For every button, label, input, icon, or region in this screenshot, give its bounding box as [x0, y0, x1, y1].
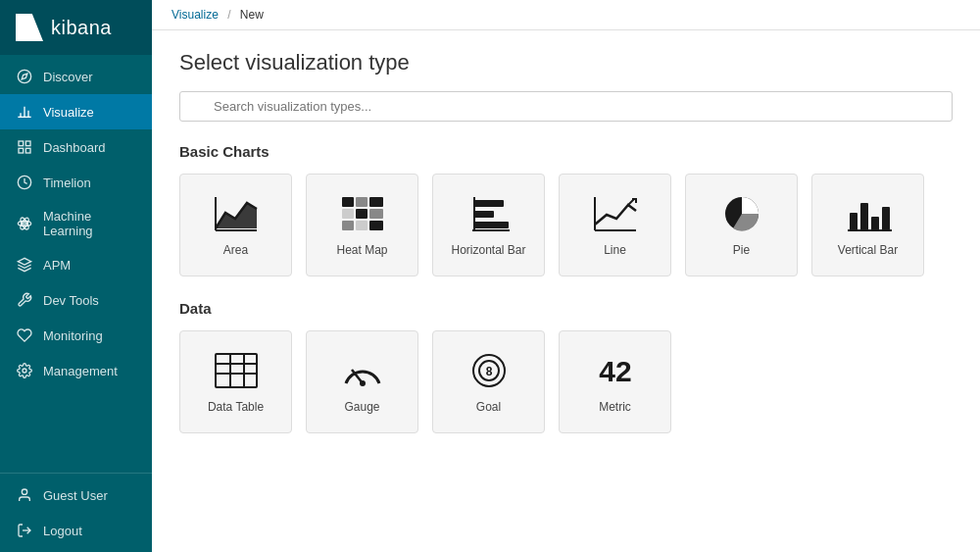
card-label-gauge: Gauge — [344, 400, 379, 414]
sidebar: kibana Discover Visualize Dashboard Time… — [0, 0, 152, 552]
area-chart-icon — [213, 194, 260, 233]
sidebar-item-management[interactable]: Management — [0, 353, 152, 388]
sidebar-item-timelion[interactable]: Timelion — [0, 165, 152, 200]
sidebar-item-label: Discover — [43, 70, 93, 84]
sidebar-item-machine-learning[interactable]: Machine Learning — [0, 200, 152, 247]
svg-rect-39 — [850, 213, 858, 230]
card-pie[interactable]: Pie — [685, 174, 798, 276]
page-title: Select visualization type — [179, 50, 953, 75]
svg-rect-28 — [342, 221, 354, 230]
section-data: Data Data Table Gauge 8 Goal42Metric — [179, 300, 953, 433]
svg-rect-22 — [342, 197, 354, 207]
user-icon — [16, 486, 33, 504]
sidebar-nav: Discover Visualize Dashboard Timelion Ma… — [0, 55, 152, 473]
sidebar-item-label: Visualize — [43, 105, 94, 120]
sidebar-item-label: Management — [43, 364, 118, 378]
card-label-metric: Metric — [599, 400, 631, 414]
sidebar-logo-text: kibana — [51, 17, 112, 39]
section-title-data: Data — [179, 300, 953, 317]
section-title-basic-charts: Basic Charts — [179, 143, 953, 160]
cards-grid-data: Data Table Gauge 8 Goal42Metric — [179, 330, 953, 433]
sidebar-item-visualize[interactable]: Visualize — [0, 94, 152, 129]
card-vertical-bar[interactable]: Vertical Bar — [811, 174, 924, 276]
svg-point-17 — [22, 489, 26, 494]
sidebar-item-label: Dev Tools — [43, 293, 99, 308]
logout-icon — [16, 522, 33, 539]
kibana-icon — [16, 14, 43, 41]
card-label-line: Line — [604, 243, 626, 257]
breadcrumb-current: New — [240, 8, 264, 22]
svg-rect-25 — [342, 209, 354, 219]
svg-text:8: 8 — [485, 365, 492, 378]
sidebar-item-label: Guest User — [43, 488, 108, 503]
svg-rect-34 — [474, 222, 509, 228]
sidebar-item-label: Logout — [43, 524, 82, 538]
sidebar-item-dashboard[interactable]: Dashboard — [0, 129, 152, 165]
card-label-vertical-bar: Vertical Bar — [838, 243, 898, 257]
breadcrumb: Visualize / New — [152, 0, 980, 30]
card-data-table[interactable]: Data Table — [179, 330, 292, 433]
sidebar-item-monitoring[interactable]: Monitoring — [0, 318, 152, 353]
card-label-horizontal-bar: Horizontal Bar — [451, 243, 525, 257]
line-chart-icon — [592, 194, 639, 233]
cards-grid-basic-charts: Area Heat Map Horizontal Bar Line — [179, 174, 953, 276]
svg-rect-44 — [216, 354, 257, 387]
card-goal[interactable]: 8 Goal — [432, 330, 545, 433]
sidebar-item-label: APM — [43, 258, 71, 273]
svg-rect-42 — [882, 207, 890, 230]
section-basic-charts: Basic ChartsArea Heat Map Horizontal Bar… — [179, 143, 953, 276]
svg-marker-15 — [18, 258, 30, 265]
pie-chart-icon — [718, 194, 765, 233]
sidebar-item-label: Machine Learning — [43, 209, 136, 238]
content-area: Select visualization type 🔍 Basic Charts… — [152, 30, 980, 477]
atom-icon — [16, 215, 33, 232]
card-label-heat-map: Heat Map — [336, 243, 387, 257]
compass-icon — [16, 68, 33, 85]
horizontal-bar-icon — [466, 194, 513, 233]
sidebar-item-label: Monitoring — [43, 328, 103, 343]
svg-rect-6 — [19, 141, 24, 146]
card-metric[interactable]: 42Metric — [559, 330, 671, 433]
layers-icon — [16, 256, 33, 274]
gear-icon — [16, 362, 33, 379]
card-label-goal: Goal — [476, 400, 501, 414]
breadcrumb-parent-link[interactable]: Visualize — [172, 8, 219, 22]
vertical-bar-icon — [845, 194, 892, 233]
breadcrumb-separator: / — [227, 8, 230, 22]
sidebar-logo: kibana — [0, 0, 152, 55]
heat-map-icon — [339, 194, 386, 233]
svg-rect-30 — [369, 221, 383, 230]
search-input[interactable] — [179, 91, 953, 122]
svg-rect-24 — [369, 197, 383, 207]
card-area[interactable]: Area — [179, 174, 292, 276]
metric-icon: 42 — [592, 351, 639, 390]
card-gauge[interactable]: Gauge — [306, 330, 418, 433]
sidebar-item-apm[interactable]: APM — [0, 247, 152, 282]
svg-point-11 — [24, 223, 26, 226]
table-icon — [213, 351, 260, 390]
svg-rect-27 — [369, 209, 383, 219]
card-heat-map[interactable]: Heat Map — [306, 174, 418, 276]
svg-rect-23 — [356, 197, 368, 207]
svg-rect-40 — [860, 203, 868, 230]
sidebar-item-guest-user[interactable]: Guest User — [0, 477, 152, 513]
main-content: Visualize / New Select visualization typ… — [152, 0, 980, 552]
clock-icon — [16, 174, 33, 191]
card-label-area: Area — [223, 243, 248, 257]
card-line[interactable]: Line — [559, 174, 671, 276]
svg-rect-29 — [356, 221, 368, 230]
sidebar-item-logout[interactable]: Logout — [0, 513, 152, 548]
card-horizontal-bar[interactable]: Horizontal Bar — [432, 174, 545, 276]
sidebar-item-discover[interactable]: Discover — [0, 59, 152, 94]
svg-marker-1 — [22, 74, 27, 79]
svg-point-0 — [18, 70, 30, 82]
bar-chart-icon — [16, 103, 33, 121]
sections-container: Basic ChartsArea Heat Map Horizontal Bar… — [179, 143, 953, 433]
sidebar-bottom: Guest User Logout — [0, 473, 152, 552]
sidebar-item-dev-tools[interactable]: Dev Tools — [0, 282, 152, 318]
svg-rect-33 — [474, 211, 494, 218]
svg-rect-26 — [356, 209, 368, 219]
wrench-icon — [16, 291, 33, 309]
card-label-pie: Pie — [733, 243, 750, 257]
svg-rect-7 — [25, 141, 30, 146]
